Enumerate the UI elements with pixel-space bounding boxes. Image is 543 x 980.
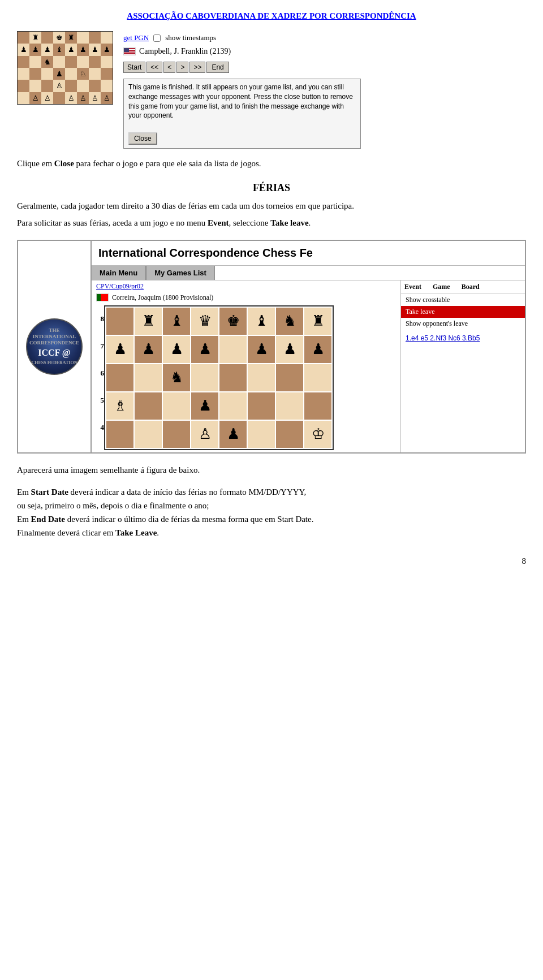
event-col-header: Event	[404, 283, 421, 291]
event-menu-show-crosstable[interactable]: Show crosstable	[401, 294, 525, 306]
rank-7: 7	[94, 333, 104, 360]
iccf-logo-col: THE INTERNATIONALCORRESPONDENCE ICCF @ C…	[18, 241, 92, 452]
pgn-row: get PGN show timestamps	[123, 33, 361, 42]
board-row-6: ♞	[106, 364, 331, 391]
event-menu-show-opponents-leave[interactable]: Show opponent's leave	[401, 318, 525, 330]
opponent-row: Correira, Joaquim (1800 Provisional)	[92, 292, 400, 303]
page-number: 8	[17, 556, 526, 566]
back2-button[interactable]: <<	[146, 62, 162, 73]
rank-5: 5	[94, 387, 104, 414]
iccf-game-area: CPV/Cup09/pr02 Correira, Joaquim (1800 P…	[92, 280, 400, 452]
main-menu-button[interactable]: Main Menu	[92, 266, 146, 280]
end-button[interactable]: End	[206, 62, 229, 73]
ferias-para2: Para solicitar as suas férias, aceda a u…	[17, 217, 526, 230]
bottom-line1: Em Start Date deverá indicar a data de i…	[17, 485, 526, 499]
board-row-7: ♟ ♟ ♟ ♟ ♟ ♟ ♟	[106, 336, 331, 363]
info-box: This game is finished. It still appears …	[123, 79, 361, 149]
iccf-title: International Correspondence Chess Fe	[92, 241, 525, 266]
board-row-4: ♙ ♟ ♔	[106, 421, 331, 448]
page-title: ASSOCIAÇÃO CABOVERDIANA DE XADREZ POR CO…	[17, 11, 526, 21]
flag-pt-icon	[96, 293, 109, 301]
bottom-line3: Em End Date deverá indicar o último dia …	[17, 512, 526, 526]
fwd2-button[interactable]: >>	[189, 62, 205, 73]
bottom-line4: Finalmente deverá clicar em Take Leave.	[17, 526, 526, 539]
info-box-text: This game is finished. It still appears …	[128, 83, 353, 119]
show-timestamps-checkbox[interactable]	[153, 34, 161, 42]
iccf-logo: THE INTERNATIONALCORRESPONDENCE ICCF @ C…	[26, 318, 83, 375]
game-col-header: Game	[433, 283, 450, 291]
opponent-name: Correira, Joaquim (1800 Provisional)	[112, 293, 213, 302]
clique-text: Clique em Close Clique em Close para fec…	[17, 159, 526, 169]
iccf-content-col: International Correspondence Chess Fe Ma…	[92, 241, 525, 452]
back1-button[interactable]: <	[163, 62, 175, 73]
my-games-list-button[interactable]: My Games List	[146, 266, 215, 280]
rank-4: 4	[94, 414, 104, 441]
board-col-header: Board	[462, 283, 480, 291]
nav-buttons: Start << < > >> End	[123, 62, 361, 73]
chess-board-small: ♜ ♚ ♜ ♟ ♟ ♟ ♝ ♟ ♟ ♟ ♟ ♞	[17, 31, 113, 105]
get-pgn-link[interactable]: get PGN	[123, 33, 149, 42]
game-link[interactable]: CPV/Cup09/pr02	[92, 280, 400, 292]
aparecera-text: Aparecerá uma imagem semelhante á figura…	[17, 464, 526, 477]
ferias-section: FÉRIAS Geralmente, cada jogador tem dire…	[17, 182, 526, 230]
ferias-para1: Geralmente, cada jogador tem direito a 3…	[17, 200, 526, 213]
player-row: Campbell, J. Franklin (2139)	[123, 47, 361, 56]
event-menu-header: Event Game Board	[401, 280, 525, 294]
rank-labels: 8 7 6 5 4	[94, 305, 104, 441]
flag-us-icon	[123, 48, 136, 55]
rank-6: 6	[94, 360, 104, 387]
close-button[interactable]: Close	[128, 132, 157, 145]
show-timestamps-label: show timestamps	[165, 33, 216, 42]
board-area: 8 7 6 5 4 ♜ ♝ ♛ ♚ ♝	[92, 303, 400, 452]
bottom-text: Em Start Date deverá indicar a data de i…	[17, 485, 526, 539]
moves-display: 1.e4 e5 2.Nf3 Nc6 3.Bb5	[401, 330, 525, 347]
top-section: ♜ ♚ ♜ ♟ ♟ ♟ ♝ ♟ ♟ ♟ ♟ ♞	[17, 31, 526, 149]
fwd1-button[interactable]: >	[176, 62, 188, 73]
bottom-line2: ou seja, primeiro o mês, depois o dia e …	[17, 499, 526, 512]
start-button[interactable]: Start	[123, 62, 145, 73]
event-menu-take-leave[interactable]: Take leave	[401, 306, 525, 318]
iccf-main-content: CPV/Cup09/pr02 Correira, Joaquim (1800 P…	[92, 280, 525, 452]
rank-8: 8	[94, 305, 104, 333]
iccf-nav-row: Main Menu My Games List	[92, 266, 525, 280]
iccf-section: THE INTERNATIONALCORRESPONDENCE ICCF @ C…	[17, 240, 526, 454]
iccf-event-menu: Event Game Board Show crosstable Take le…	[400, 280, 525, 452]
ferias-title: FÉRIAS	[17, 182, 526, 194]
chess-board-main: ♜ ♝ ♛ ♚ ♝ ♞ ♜ ♟ ♟ ♟ ♟	[104, 305, 334, 450]
board-row-8: ♜ ♝ ♛ ♚ ♝ ♞ ♜	[106, 308, 331, 335]
player-name: Campbell, J. Franklin (2139)	[139, 47, 231, 56]
right-panel: get PGN show timestamps Campbell, J. Fra…	[123, 33, 361, 149]
board-row-5: ♗ ♟	[106, 392, 331, 420]
